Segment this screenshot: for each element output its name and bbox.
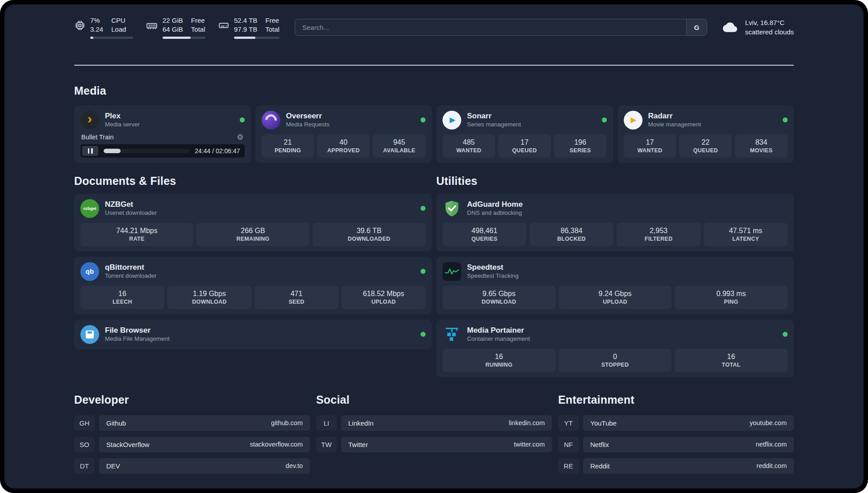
dashboard: 7% 3.24 CPU Load [4, 4, 864, 489]
app-card-portainer[interactable]: Media Portainer Container management 16 … [436, 320, 794, 377]
bookmark-name: DEV [106, 462, 120, 470]
app-name: File Browser [105, 326, 170, 335]
bookmark-url: youtube.com [750, 419, 787, 426]
cpu-percent: 7% [90, 16, 103, 25]
disk-total-value: 97.9 TB [234, 25, 257, 34]
app-card-adguard-home[interactable]: AdGuard Home DNS and adblocking 498,461 … [436, 194, 794, 251]
stat-label: DOWNLOAD [482, 299, 516, 305]
app-card-plex[interactable]: › Plex Media server Bullet Train ⚙ [74, 105, 251, 163]
system-monitors: 7% 3.24 CPU Load [74, 16, 280, 39]
app-card-overseerr[interactable]: Overseerr Media Requests 21 PENDING 40 A… [255, 105, 432, 163]
cpu-monitor: 7% 3.24 CPU Load [74, 16, 133, 39]
stat-value: 471 [291, 290, 303, 298]
portainer-icon [442, 325, 461, 344]
stat-label: SEED [288, 299, 304, 305]
stat-label: AVAILABLE [383, 147, 415, 154]
stat-value: 266 GB [241, 227, 265, 235]
bookmark-reddit[interactable]: RE Reddit reddit.com [558, 458, 794, 474]
section-title-developer: Developer [74, 393, 310, 406]
filebrowser-icon [80, 325, 99, 344]
bookmark-dev[interactable]: DT DEV dev.to [74, 458, 310, 474]
stat-tile: 16 RUNNING [442, 349, 555, 372]
ram-free-value: 22 GiB [163, 16, 183, 25]
bookmark-twitter[interactable]: TW Twitter twitter.com [316, 437, 552, 452]
stat-value: 744.21 Mbps [116, 227, 158, 235]
stat-value: 498,461 [472, 227, 497, 235]
stat-tile: 744.21 Mbps RATE [80, 223, 193, 246]
stat-tile: 834 MOVIES [735, 134, 788, 158]
bookmark-name: Github [106, 419, 126, 427]
bookmark-github[interactable]: GH Github github.com [74, 415, 310, 431]
stat-tile: 17 WANTED [624, 134, 676, 158]
app-description: Container management [467, 335, 530, 343]
section-social: Social LI LinkedIn linkedin.com TW Twitt… [316, 393, 552, 474]
stat-label: QUEUED [693, 147, 718, 154]
app-card-nzbget[interactable]: nzbget NZBGet Usenet downloader 744.21 M… [74, 194, 432, 251]
stat-tile: 40 APPROVED [317, 134, 370, 158]
app-description: Torrent downloader [105, 272, 157, 280]
bookmark-pill: LinkedIn linkedin.com [341, 415, 552, 431]
bookmark-abbr: LI [316, 415, 337, 431]
weather-widget: Lviv, 16.87°C scattered clouds [721, 18, 794, 37]
bookmark-name: Reddit [590, 462, 609, 470]
section-title-social: Social [316, 393, 552, 406]
stat-tile: 0.993 ms PING [675, 286, 788, 309]
app-name: Media Portainer [467, 326, 530, 335]
app-card-sonarr[interactable]: ▶ Sonarr Series management 485 WANTED 17… [436, 105, 613, 163]
sonarr-glyph: ▶ [450, 115, 455, 125]
player-progress-strip[interactable]: 24:44 / 02:06:47 [80, 144, 245, 158]
stat-label: UPLOAD [603, 299, 627, 305]
stat-value: 17 [521, 138, 529, 146]
pause-button[interactable] [82, 146, 98, 156]
status-dot [240, 117, 245, 122]
app-description: Speedtest Tracking [467, 272, 519, 280]
stat-label: RUNNING [485, 362, 512, 368]
section-title-utilities: Utilities [436, 175, 794, 188]
stat-tile: 0 STOPPED [559, 349, 672, 372]
topbar: 7% 3.24 CPU Load [74, 4, 794, 39]
bookmark-netflix[interactable]: NF Netflix netflix.com [558, 437, 794, 452]
stat-tile: 16 TOTAL [675, 349, 788, 372]
app-card-filebrowser[interactable]: File Browser Media File Management [74, 320, 432, 349]
gear-icon[interactable]: ⚙ [237, 134, 243, 141]
bookmark-abbr: YT [558, 415, 579, 431]
stat-value: 9.65 Gbps [483, 290, 516, 298]
cpu-load-value: 3.24 [90, 25, 103, 34]
bookmark-youtube[interactable]: YT YouTube youtube.com [558, 415, 794, 431]
speedtest-icon [442, 262, 461, 281]
app-card-radarr[interactable]: ▶ Radarr Movie management 17 WANTED 22 Q… [618, 105, 794, 163]
stat-value: 16 [495, 353, 503, 361]
radarr-glyph: ▶ [630, 115, 636, 125]
stat-value: 22 [701, 138, 709, 146]
stat-label: DOWNLOADED [348, 236, 390, 242]
cloud-icon [721, 20, 739, 34]
stat-tile: 618.52 Mbps UPLOAD [342, 286, 426, 309]
app-name: Radarr [648, 111, 701, 121]
search-provider-button[interactable]: G [686, 19, 707, 35]
app-name: Speedtest [467, 263, 519, 272]
bookmark-pill: DEV dev.to [99, 458, 310, 474]
bookmark-abbr: RE [558, 458, 579, 474]
bookmark-name: Twitter [348, 441, 368, 448]
search-input[interactable] [295, 19, 707, 36]
stat-value: 40 [339, 138, 347, 146]
bookmark-pill: Github github.com [99, 415, 310, 431]
bookmark-pill: Twitter twitter.com [341, 437, 552, 452]
search-bar: G [295, 19, 707, 36]
bookmark-linkedin[interactable]: LI LinkedIn linkedin.com [316, 415, 552, 431]
stat-label: STOPPED [601, 362, 629, 368]
app-card-qbittorrent[interactable]: qb qBittorrent Torrent downloader 16 LEE… [74, 257, 432, 314]
ram-usage-bar [163, 37, 205, 39]
stat-label: TOTAL [722, 362, 740, 368]
stat-tile: 17 QUEUED [498, 134, 551, 158]
bookmark-pill: Reddit reddit.com [583, 458, 794, 474]
bookmark-pill: YouTube youtube.com [583, 415, 794, 431]
stat-tile: 471 SEED [255, 286, 338, 309]
sonarr-icon: ▶ [442, 111, 461, 130]
section-documents: Documents & Files nzbget NZBGet Usenet d… [74, 175, 432, 377]
bookmark-stackoverflow[interactable]: SO StackOverflow stackoverflow.com [74, 437, 310, 452]
app-card-speedtest[interactable]: Speedtest Speedtest Tracking 9.65 Gbps D… [436, 257, 794, 314]
app-description: Media server [105, 121, 140, 129]
stat-tile: 266 GB REMAINING [196, 223, 309, 246]
status-dot [783, 332, 788, 337]
